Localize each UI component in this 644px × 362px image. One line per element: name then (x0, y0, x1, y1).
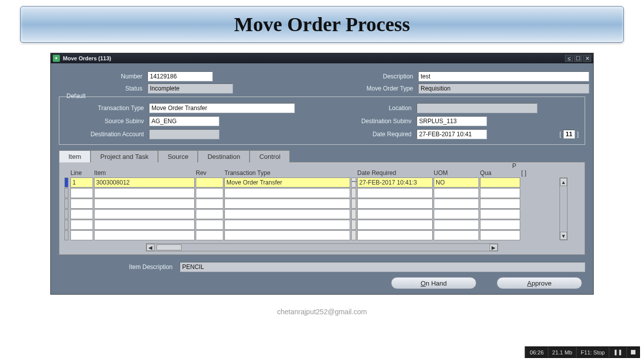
item-description-label: Item Description (59, 263, 175, 270)
item-description-field: PENCIL (180, 262, 585, 272)
col-qua: Qua (480, 169, 492, 176)
default-group: Default Transaction Type Move Order Tran… (59, 97, 585, 145)
tab-project-and-task[interactable]: Project and Task (91, 150, 158, 162)
minimize-button[interactable]: ≤ (565, 55, 573, 62)
col-transaction-type: Transaction Type (224, 169, 350, 176)
scroll-left-button[interactable]: ◀ (146, 244, 154, 251)
description-field[interactable]: test (418, 71, 589, 81)
form-body: Number 14129186 Description test Status … (51, 63, 593, 294)
col-date-required: Date Required (357, 169, 433, 176)
date-required-label: Date Required (298, 131, 414, 138)
date-required-field[interactable]: 27-FEB-2017 10:41 (417, 129, 487, 139)
cell-uom[interactable]: NO (434, 177, 479, 188)
cell-rev[interactable] (196, 177, 223, 188)
destination-subinv-field[interactable]: SRPLUS_113 (417, 116, 487, 126)
scroll-right-button[interactable]: ▶ (490, 244, 498, 251)
tabstrip: Item Project and Task Source Destination… (59, 150, 585, 162)
location-field[interactable] (417, 103, 537, 113)
table-row[interactable] (64, 199, 557, 209)
status-field: Incomplete (147, 83, 233, 94)
table-row[interactable] (64, 230, 557, 240)
tab-control[interactable]: Control (250, 150, 290, 162)
footer-credit: chetanrajput252@gmail.com (0, 308, 644, 316)
approve-button[interactable]: Approve (497, 277, 582, 289)
col-flag: [ ] (521, 169, 531, 176)
on-hand-button[interactable]: On Hand (391, 277, 476, 289)
cell-date-required[interactable]: 27-FEB-2017 10:41:3 (357, 177, 433, 188)
destination-account-field[interactable] (149, 129, 219, 139)
recorder-hotkey: F11: Stop (576, 347, 609, 357)
scroll-thumb[interactable] (156, 244, 182, 250)
recorder-pause-button[interactable]: ❚❚ (609, 347, 626, 357)
col-p: P (512, 162, 516, 169)
transaction-type-lov-button[interactable]: ··· (351, 177, 356, 188)
cell-transaction-type[interactable]: Move Order Transfer (224, 177, 350, 188)
tab-panel-item: Line Item Rev Transaction Type Date Requ… (59, 162, 585, 255)
description-label: Description (360, 73, 415, 80)
table-row[interactable]: 1 3003008012 Move Order Transfer ··· 27-… (64, 177, 557, 188)
horizontal-scrollbar[interactable]: ◀ ▶ (146, 243, 498, 251)
default-legend: Default (64, 93, 88, 100)
row-indicator[interactable] (64, 177, 68, 188)
tab-destination[interactable]: Destination (198, 150, 250, 162)
number-label: Number (59, 73, 144, 80)
vertical-scrollbar[interactable]: ▲ ▼ (559, 177, 568, 240)
move-order-type-label: Move Order Type (360, 85, 415, 92)
table-row[interactable] (64, 220, 557, 230)
cell-line[interactable]: 1 (70, 177, 93, 188)
table-row[interactable] (64, 188, 557, 198)
app-window: ✦ Move Orders (113) ≤ ☐ ✕ Number 1412918… (50, 53, 594, 295)
slide-title: Move Order Process (20, 6, 624, 43)
source-subinv-label: Source Subinv (65, 118, 146, 125)
col-line: Line (70, 169, 93, 176)
move-order-type-field: Requisition (418, 83, 589, 94)
app-icon: ✦ (53, 55, 60, 62)
window-titlebar: ✦ Move Orders (113) ≤ ☐ ✕ (51, 53, 593, 63)
recorder-stop-button[interactable] (626, 347, 639, 357)
col-rev: Rev (196, 169, 223, 176)
page-indicator: [ 11 ] (540, 130, 579, 139)
tab-source[interactable]: Source (158, 150, 198, 162)
number-field[interactable]: 14129186 (147, 71, 213, 81)
transaction-type-field[interactable]: Move Order Transfer (149, 103, 295, 113)
table-row[interactable] (64, 209, 557, 219)
status-label: Status (59, 85, 144, 92)
recorder-time: 06:26 (525, 347, 548, 357)
col-item: Item (94, 169, 195, 176)
tab-item[interactable]: Item (59, 150, 91, 162)
destination-subinv-label: Destination Subinv (298, 118, 414, 125)
transaction-type-label: Transaction Type (65, 105, 146, 112)
window-title: Move Orders (113) (63, 55, 565, 61)
source-subinv-field[interactable]: AG_ENG (149, 116, 219, 126)
close-button[interactable]: ✕ (583, 55, 591, 62)
col-uom: UOM (434, 169, 479, 176)
screen-recorder-bar: 06:26 21.1 Mb F11: Stop ❚❚ (525, 346, 640, 358)
destination-account-label: Destination Account (65, 131, 146, 138)
column-headers: Line Item Rev Transaction Type Date Requ… (64, 169, 580, 176)
scroll-down-button[interactable]: ▼ (560, 232, 567, 240)
cell-item[interactable]: 3003008012 (94, 177, 195, 188)
lines-grid: 1 3003008012 Move Order Transfer ··· 27-… (64, 177, 557, 240)
location-label: Location (298, 105, 414, 112)
scroll-up-button[interactable]: ▲ (560, 178, 567, 186)
restore-button[interactable]: ☐ (574, 55, 582, 62)
recorder-size: 21.1 Mb (548, 347, 577, 357)
cell-quantity[interactable] (480, 177, 520, 188)
